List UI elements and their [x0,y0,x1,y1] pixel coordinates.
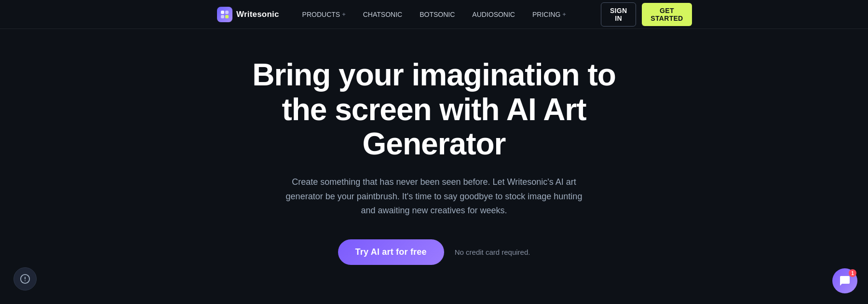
hero-subtitle: Create something that has never been see… [280,175,588,218]
logo-icon [217,7,232,22]
nav-audiosonic[interactable]: AUDIOSONIC [472,11,515,18]
nav-botsonic[interactable]: BOTSONIC [420,11,455,18]
no-credit-label: No credit card required. [455,248,530,256]
nav-products[interactable]: PRODUCTS + [302,11,346,18]
brand-name: Writesonic [236,10,279,19]
chat-button-left[interactable] [14,267,37,290]
signin-button[interactable]: SIGN IN [601,2,636,27]
chat-button-right[interactable]: 1 [832,268,857,293]
nav-chatsonic[interactable]: CHATSONIC [363,11,402,18]
navbar: Writesonic PRODUCTS + CHATSONIC BOTSONIC… [0,0,868,29]
chat-badge: 1 [849,269,856,277]
hero-section: Bring your imagination to the screen wit… [0,29,868,279]
hero-title: Bring your imagination to the screen wit… [251,58,617,162]
svg-rect-3 [225,15,229,18]
getstarted-button[interactable]: GET STARTED [642,3,692,26]
bottom-strip [0,290,868,304]
svg-rect-1 [225,11,229,14]
pricing-plus-icon: + [562,11,566,18]
nav-pricing[interactable]: PRICING + [532,11,566,18]
nav-actions: SIGN IN GET STARTED [601,2,692,27]
try-ai-art-button[interactable]: Try AI art for free [338,239,444,265]
products-plus-icon: + [342,11,346,18]
svg-rect-2 [221,15,224,18]
logo-link[interactable]: Writesonic [217,7,279,22]
hero-cta-row: Try AI art for free No credit card requi… [338,239,530,265]
svg-rect-0 [221,11,224,14]
